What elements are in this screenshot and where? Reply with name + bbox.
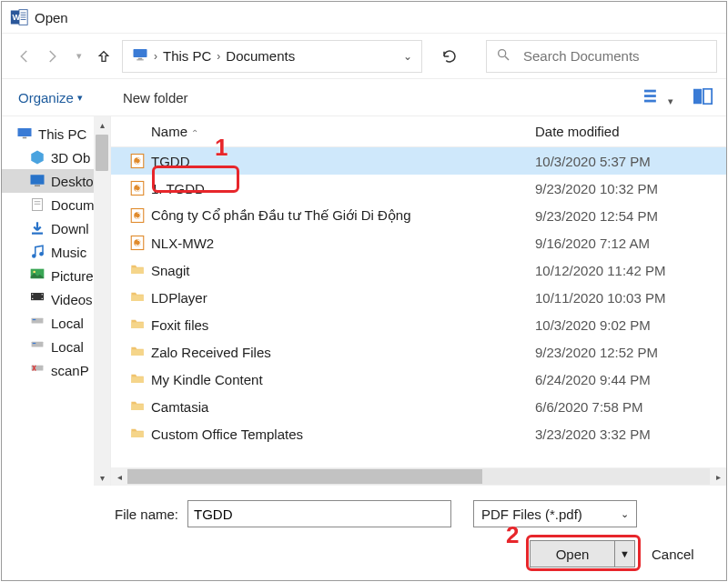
video-icon	[29, 291, 46, 307]
cube-icon	[29, 149, 46, 166]
sidebar-item-label: Docum	[51, 197, 95, 213]
file-list-pane: Name⌃ Date modified TGDD10/3/2020 5:37 P…	[111, 116, 726, 486]
svg-point-28	[33, 271, 35, 274]
filename-input[interactable]	[187, 500, 451, 527]
svg-rect-33	[42, 298, 43, 299]
sidebar-item-label: Picture	[51, 268, 94, 284]
column-headers[interactable]: Name⌃ Date modified	[111, 116, 726, 147]
svg-line-11	[505, 56, 509, 60]
file-row[interactable]: Công ty Cổ phần Đầu tư Thế Giới Di Động9…	[111, 202, 726, 229]
scroll-down-icon[interactable]: ▾	[94, 469, 110, 486]
horizontal-scrollbar[interactable]: ◂ ▸	[111, 467, 726, 486]
scrollbar-thumb[interactable]	[96, 135, 108, 171]
column-date-modified[interactable]: Date modified	[535, 124, 726, 139]
file-date: 9/23/2020 12:54 PM	[535, 208, 726, 224]
svg-rect-51	[131, 376, 143, 383]
window-title: Open	[35, 10, 68, 25]
svg-rect-20	[35, 186, 40, 187]
scroll-up-icon[interactable]: ▴	[94, 116, 110, 133]
file-date: 3/23/2020 3:32 PM	[535, 426, 726, 442]
search-icon	[496, 47, 511, 65]
svg-rect-8	[138, 58, 143, 60]
preview-pane-button[interactable]	[693, 88, 713, 107]
file-row[interactable]: Foxit files10/3/2020 9:02 PM	[111, 311, 726, 338]
organize-menu[interactable]: Organize ▾	[15, 85, 86, 111]
file-name: Công ty Cổ phần Đầu tư Thế Giới Di Động	[151, 207, 535, 224]
sidebar-item-label: Deskto	[51, 174, 94, 189]
pdf-file-icon	[127, 206, 147, 226]
breadcrumb-this-pc[interactable]: This PC	[163, 48, 211, 64]
svg-rect-32	[42, 294, 43, 295]
open-dropdown-button[interactable]: ▼	[615, 540, 635, 567]
file-name: LDPlayer	[151, 290, 535, 306]
svg-rect-30	[32, 294, 33, 295]
sidebar-item-label: Downl	[51, 221, 89, 236]
forward-button[interactable]	[38, 42, 66, 71]
file-row[interactable]: NLX-MW29/16/2020 7:12 AM	[111, 229, 726, 256]
nav-tree: This PC3D ObDesktoDocumDownlMusicPicture…	[2, 116, 111, 486]
search-input[interactable]	[521, 47, 707, 65]
music-icon	[29, 244, 46, 260]
back-button[interactable]	[11, 42, 38, 71]
scroll-right-icon[interactable]: ▸	[710, 472, 726, 482]
svg-rect-17	[18, 128, 32, 136]
search-box[interactable]	[486, 40, 717, 73]
folder-icon	[127, 424, 147, 444]
folder-icon	[127, 287, 147, 307]
breadcrumb[interactable]: › This PC › Documents ⌄	[122, 40, 422, 73]
file-date: 6/6/2020 7:58 PM	[535, 399, 726, 415]
recent-dropdown[interactable]: ▾	[66, 42, 93, 71]
up-button[interactable]	[93, 42, 115, 71]
file-name: Custom Office Templates	[151, 426, 535, 442]
titlebar: W Open	[2, 2, 726, 33]
folder-icon	[127, 315, 147, 335]
sidebar-item-label: scanP	[51, 363, 89, 378]
open-button[interactable]: Open	[530, 540, 615, 567]
refresh-button[interactable]	[431, 48, 468, 65]
file-row[interactable]: Custom Office Templates3/23/2020 3:32 PM	[111, 420, 726, 447]
open-split-button[interactable]: Open ▼	[530, 540, 635, 567]
chevron-down-icon[interactable]: ⌄	[403, 50, 412, 63]
file-name: Snagit	[151, 263, 535, 278]
monitor-icon	[16, 125, 33, 142]
file-row[interactable]: My Kindle Content6/24/2020 9:44 PM	[111, 366, 726, 393]
column-name[interactable]: Name⌃	[151, 124, 535, 139]
file-row[interactable]: LDPlayer10/11/2020 10:03 PM	[111, 284, 726, 311]
file-row[interactable]: Camtasia6/6/2020 7:58 PM	[111, 393, 726, 420]
doc-icon	[29, 196, 46, 213]
sidebar-scrollbar[interactable]: ▴ ▾	[94, 116, 110, 486]
svg-rect-37	[33, 343, 36, 344]
scrollbar-thumb[interactable]	[127, 469, 482, 484]
file-date: 10/3/2020 5:37 PM	[535, 154, 726, 169]
view-options-button[interactable]: ▾	[644, 88, 673, 107]
file-name: TGDD	[151, 154, 535, 169]
file-row[interactable]: Zalo Received Files9/23/2020 12:52 PM	[111, 338, 726, 366]
file-type-filter[interactable]: PDF Files (*.pdf)⌄	[473, 500, 637, 527]
file-row[interactable]: Snagit10/12/2020 11:42 PM	[111, 256, 726, 284]
filename-label: File name:	[15, 507, 187, 522]
svg-rect-19	[31, 175, 45, 185]
new-folder-button[interactable]: New folder	[119, 85, 192, 111]
pdf-file-icon	[127, 178, 147, 198]
breadcrumb-documents[interactable]: Documents	[226, 48, 295, 64]
scroll-left-icon[interactable]: ◂	[111, 472, 127, 482]
drive-icon	[29, 315, 46, 331]
folder-icon	[127, 396, 147, 416]
drive-x-icon	[29, 362, 46, 378]
nav-toolbar: ▾ › This PC › Documents ⌄	[2, 33, 726, 78]
file-date: 10/3/2020 9:02 PM	[535, 317, 726, 333]
svg-rect-21	[33, 198, 43, 210]
sidebar-item-label: This PC	[38, 126, 86, 142]
monitor-icon	[132, 46, 148, 65]
svg-rect-18	[23, 137, 27, 139]
svg-text:W: W	[13, 13, 21, 22]
svg-rect-35	[33, 319, 36, 320]
file-date: 6/24/2020 9:44 PM	[535, 372, 726, 387]
file-row[interactable]: 1. TGDD9/23/2020 10:32 PM	[111, 175, 726, 202]
dialog-body: This PC3D ObDesktoDocumDownlMusicPicture…	[2, 116, 726, 486]
sidebar-item-label: Music	[51, 245, 86, 260]
pdf-file-icon	[127, 233, 147, 253]
file-row[interactable]: TGDD10/3/2020 5:37 PM	[111, 147, 726, 175]
cancel-button[interactable]: Cancel	[648, 540, 708, 567]
svg-rect-12	[644, 89, 656, 92]
